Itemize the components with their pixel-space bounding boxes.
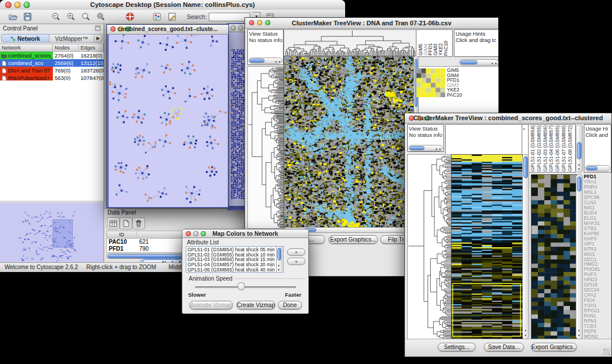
desktop: Cytoscape Desktop (Session Name: collins… <box>0 0 612 364</box>
folder-icon <box>1 53 7 59</box>
faster-label: Faster <box>285 292 301 298</box>
network-list-header[interactable]: Network Nodes Edges <box>0 44 104 52</box>
export-graphics-button[interactable]: Export Graphics... <box>328 235 378 244</box>
tv1-title: ClusterMaker TreeView : DNA and Tran 07-… <box>245 20 498 26</box>
file-icon <box>1 60 7 66</box>
tv1-row-labels[interactable]: GIM5GIM4PFD1GIM3YKE2PAC10 <box>447 68 462 98</box>
net1-title: combined_scores_good.txt--cluste... <box>107 26 228 32</box>
close-button[interactable] <box>231 25 236 30</box>
tv2-zoom-vscrollbar[interactable]: ▴▾ <box>576 174 583 339</box>
column-label: PAC10 <box>443 41 449 56</box>
done-button[interactable]: Done <box>278 301 302 309</box>
tv1-column-labels[interactable]: GIM5GIM4PFD1GIM3YKE2PAC10 <box>416 29 453 57</box>
slider-thumb[interactable] <box>238 282 245 290</box>
tv1-labels-scrollbar[interactable]: ◂▸ <box>459 59 499 66</box>
minimize-button[interactable] <box>238 25 243 30</box>
tv1-viewstatus-scrollbar[interactable]: ◂▸ <box>248 58 282 64</box>
column-label: GPL51-02 (GSM855) <box>537 125 542 171</box>
tv1-global-heatmap[interactable] <box>284 56 415 228</box>
animation-speed-slider[interactable] <box>195 286 296 288</box>
network-canvas-area <box>109 35 227 206</box>
dialog-title: Map Colors to Network <box>182 230 308 237</box>
animate-vizmap-button[interactable]: Animate Vizmap <box>189 301 233 309</box>
tv2-global-vscrollbar[interactable]: ▴▾ <box>522 154 529 339</box>
tab-overflow-icon[interactable]: ▶ <box>94 34 102 43</box>
tv2-zoom-heatmap[interactable] <box>531 174 577 340</box>
tv2-global-heatmap[interactable] <box>451 154 523 340</box>
column-label: GPL51-01 (GSM854) <box>530 125 536 171</box>
control-panel-tabs: Network VizMapper™ ▶ <box>1 33 102 43</box>
net1-titlebar[interactable]: combined_scores_good.txt--cluste... <box>107 25 228 35</box>
data-panel-title: Data Panel <box>108 209 136 216</box>
attribute-select-icon[interactable] <box>107 217 120 229</box>
map-colors-dialog: Map Colors to Network Attribute List GPL… <box>182 229 309 314</box>
annotation-icon[interactable] <box>167 12 177 21</box>
tv1-usage-hints: Usage Hints Click and drag tc <box>454 29 499 57</box>
network-view-window: combined_scores_good.txt--cluste... <box>106 24 229 208</box>
dialog-titlebar[interactable]: Map Colors to Network <box>182 229 308 238</box>
file-icon <box>1 75 7 81</box>
birds-eye-view[interactable] <box>0 203 104 263</box>
attribute-list[interactable]: GPL51-01 (GSM854) heat shock 05 minGPL51… <box>186 246 284 273</box>
tv1-summary-matrix[interactable] <box>416 68 445 97</box>
move-down-button[interactable]: ∨ <box>287 258 305 265</box>
tv2-gene-labels[interactable]: PFD1YRA1RNR4MSL1SPC98CLN1NIS1BUD4ELG1MAK… <box>584 174 611 339</box>
control-panel-header: Control Panel <box>0 24 104 32</box>
tv2-collabels-scrollbar[interactable]: ▴▾ <box>576 124 583 173</box>
tv2-titlebar[interactable]: ClusterMaker TreeView : combined_scores_… <box>405 113 611 124</box>
new-attribute-icon[interactable] <box>120 217 132 229</box>
resize-grip[interactable] <box>603 348 610 355</box>
delete-attribute-icon[interactable] <box>132 217 145 229</box>
network-list: Network Nodes Edges combined_scores_2764… <box>0 44 104 82</box>
tab-vizmapper[interactable]: VizMapper™ <box>49 34 94 43</box>
move-up-button[interactable]: ∧ <box>287 248 305 256</box>
tv2-column-labels[interactable]: GPL51-01 (GSM854)GPL51-02 (GSM855)GPL51-… <box>528 124 576 173</box>
create-vizmap-button[interactable]: Create Vizmap <box>236 301 276 309</box>
tv1-row-dendrogram[interactable] <box>247 66 285 229</box>
search-label: Search: <box>187 14 206 20</box>
tv1-titlebar[interactable]: ClusterMaker TreeView : DNA and Tran 07-… <box>245 18 498 29</box>
float-panel-icon[interactable] <box>95 25 101 31</box>
tv2-viewstatus-scrollbar[interactable]: ◂▸ <box>408 145 443 151</box>
save-icon[interactable] <box>23 12 33 21</box>
network-tree-whitespace <box>0 81 104 201</box>
help-lifering-icon[interactable] <box>125 12 135 21</box>
animation-speed-label: Animation Speed <box>187 275 234 282</box>
status-welcome: Welcome to Cytoscape 2.6.2 <box>5 264 78 270</box>
open-file-icon[interactable] <box>8 12 18 21</box>
column-label: GPL51-08 (GSM872) <box>568 125 573 171</box>
main-titlebar[interactable]: Cytoscape Desktop (Session Name: collins… <box>0 0 345 10</box>
network-list-row[interactable]: combined_scores_2764(0)16218(0) <box>0 52 104 59</box>
zoom-fit-icon[interactable] <box>96 12 106 21</box>
network-list-row[interactable]: DNA and Tran 07769(0)183728(0) <box>0 67 104 74</box>
tv1-column-dendrogram[interactable] <box>284 29 417 57</box>
control-panel: Control Panel Network VizMapper™ ▶ Netwo… <box>0 24 104 263</box>
export-graphics-button[interactable]: Export Graphics... <box>531 343 577 351</box>
settings-button[interactable]: Settings... <box>438 343 476 351</box>
column-label: GPL51-07 (GSM868) <box>561 125 567 171</box>
tv2-row-dendrogram[interactable] <box>407 154 452 340</box>
window-title: Cytoscape Desktop (Session Name: collins… <box>0 1 345 8</box>
column-label: GPL51-06 (GSM865) <box>555 125 560 171</box>
zoom-out-icon[interactable] <box>51 12 61 21</box>
zoom-in-icon[interactable] <box>66 12 76 21</box>
save-data-button[interactable]: Save Data... <box>484 343 524 351</box>
status-zoom-hint: Right-click + drag to ZOOM <box>86 264 156 270</box>
row-label: PAC10 <box>447 93 462 98</box>
network-tab-icon <box>10 36 16 41</box>
attribute-list-label: Attribute List <box>187 239 219 246</box>
network-list-row[interactable]: combined_sco2569(6)13112(15) <box>0 59 104 67</box>
column-label: GPL51-04 (GSM857) <box>549 125 554 171</box>
file-icon <box>1 68 7 74</box>
column-label: GPL51-03 (GSM856) <box>543 125 548 171</box>
zoom-selected-icon[interactable] <box>81 12 91 21</box>
vizmapper-icon[interactable] <box>152 12 162 21</box>
attribute-list-scrollbar[interactable]: ▴▾ <box>276 247 283 272</box>
network-view-canvas[interactable] <box>109 35 228 207</box>
tv2-usage-scrollbar[interactable] <box>585 165 610 171</box>
slower-label: Slower <box>188 292 206 298</box>
tab-network[interactable]: Network <box>1 34 49 43</box>
tv2-title: ClusterMaker TreeView : combined_scores_… <box>405 114 611 121</box>
treeview2-window: ClusterMaker TreeView : combined_scores_… <box>404 113 612 357</box>
tv2-button-bar: Settings...Save Data...Export Graphics..… <box>405 339 611 357</box>
